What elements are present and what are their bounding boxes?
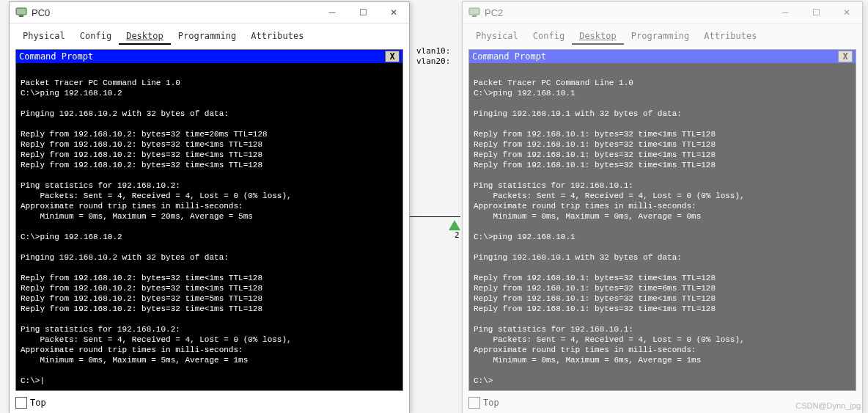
tab-config[interactable]: Config bbox=[73, 28, 119, 45]
top-checkbox[interactable] bbox=[15, 397, 27, 409]
svg-rect-4 bbox=[472, 15, 477, 17]
window-title: PC0 bbox=[32, 7, 317, 18]
titlebar[interactable]: PC2─☐✕ bbox=[463, 2, 862, 23]
terminal-output[interactable]: Packet Tracer PC Command Line 1.0 C:\>pi… bbox=[469, 63, 856, 390]
command-prompt-title: Command Prompt bbox=[19, 51, 385, 62]
svg-rect-3 bbox=[469, 8, 479, 15]
tab-desktop[interactable]: Desktop bbox=[119, 28, 171, 45]
svg-rect-1 bbox=[16, 8, 26, 15]
minimize-button[interactable]: ─ bbox=[317, 2, 347, 23]
triangle-icon bbox=[449, 220, 460, 230]
close-button[interactable]: ✕ bbox=[378, 2, 409, 23]
tab-physical[interactable]: Physical bbox=[468, 28, 526, 45]
svg-marker-0 bbox=[449, 220, 460, 230]
pc-icon bbox=[15, 7, 27, 18]
tabs-bar: PhysicalConfigDesktopProgrammingAttribut… bbox=[10, 23, 409, 45]
bg-label-vlan20: vlan20: bbox=[416, 56, 450, 66]
top-checkbox-label: Top bbox=[30, 398, 46, 408]
svg-rect-2 bbox=[19, 15, 23, 17]
tab-attributes[interactable]: Attributes bbox=[696, 28, 764, 45]
command-prompt-title: Command Prompt bbox=[472, 51, 838, 62]
minimize-button[interactable]: ─ bbox=[770, 2, 801, 23]
window-pc0[interactable]: PC0─☐✕PhysicalConfigDesktopProgrammingAt… bbox=[9, 1, 410, 413]
tab-programming[interactable]: Programming bbox=[624, 28, 696, 45]
window-title: PC2 bbox=[485, 7, 770, 18]
top-checkbox-label: Top bbox=[483, 398, 499, 408]
command-prompt-header[interactable]: Command PromptX bbox=[16, 50, 402, 63]
bottom-bar: Top bbox=[10, 394, 409, 413]
bg-label-two: 2 bbox=[455, 230, 460, 240]
watermark-text: CSDN@Dynn_jpg bbox=[795, 401, 861, 410]
top-checkbox[interactable] bbox=[468, 397, 480, 409]
tab-programming[interactable]: Programming bbox=[171, 28, 243, 45]
maximize-button[interactable]: ☐ bbox=[801, 2, 831, 23]
tab-physical[interactable]: Physical bbox=[15, 28, 73, 45]
command-prompt-header[interactable]: Command PromptX bbox=[469, 50, 856, 63]
tab-config[interactable]: Config bbox=[526, 28, 572, 45]
command-prompt-panel: Command PromptX Packet Tracer PC Command… bbox=[15, 49, 403, 391]
titlebar[interactable]: PC0─☐✕ bbox=[10, 2, 409, 23]
window-pc2[interactable]: PC2─☐✕PhysicalConfigDesktopProgrammingAt… bbox=[462, 1, 863, 413]
maximize-button[interactable]: ☐ bbox=[347, 2, 378, 23]
command-prompt-close-button[interactable]: X bbox=[385, 51, 400, 62]
close-button[interactable]: ✕ bbox=[831, 2, 862, 23]
bg-label-vlan10: vlan10: bbox=[416, 46, 450, 56]
command-prompt-panel: Command PromptX Packet Tracer PC Command… bbox=[468, 49, 856, 391]
tab-attributes[interactable]: Attributes bbox=[243, 28, 311, 45]
tabs-bar: PhysicalConfigDesktopProgrammingAttribut… bbox=[463, 23, 862, 45]
pc-icon bbox=[468, 7, 480, 18]
bg-topology-line bbox=[409, 216, 460, 217]
terminal-output[interactable]: Packet Tracer PC Command Line 1.0 C:\>pi… bbox=[16, 63, 402, 390]
command-prompt-close-button[interactable]: X bbox=[838, 51, 853, 62]
tab-desktop[interactable]: Desktop bbox=[572, 28, 624, 45]
